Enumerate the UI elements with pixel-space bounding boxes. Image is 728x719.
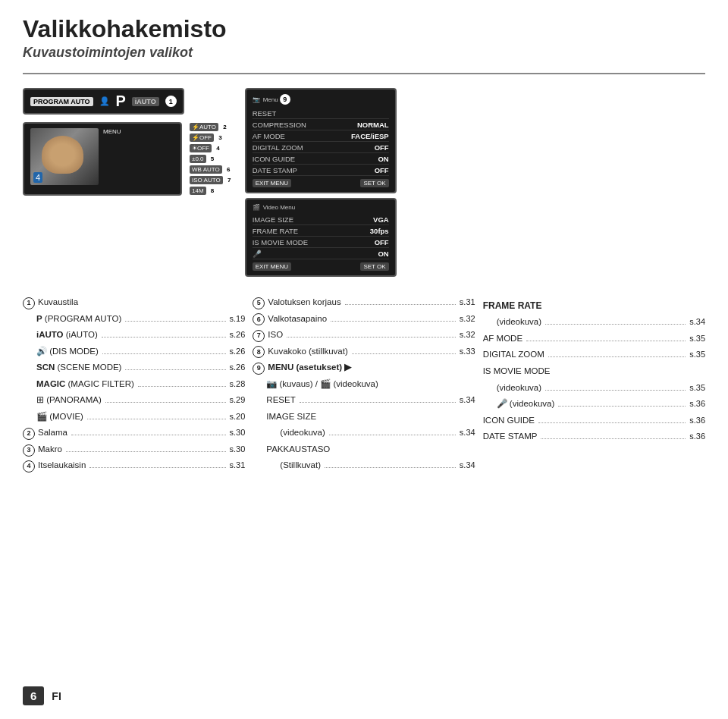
text-menu: MENU (asetukset) ▶ [268,360,351,375]
text-scene: SCN (SCENE MODE) [36,360,121,375]
menus-wrapper: 📷 Menu 9 RESET COMPRESSION NORMAL AF MOD… [245,88,397,277]
text-ismoviemode: IS MOVIE MODE [483,364,551,379]
text-itselaukaisin: Itselaukaisin [38,458,86,473]
text-dis: 🔊 (DIS MODE) [36,344,99,360]
title-divider [23,73,705,74]
page-panorama: s.29 [230,393,246,407]
index-col2: 5 Valotuksen korjaus s.31 6 Valkotasapai… [253,295,475,475]
index-item-valotus: 5 Valotuksen korjaus s.31 [253,295,475,310]
menu-row-compression: COMPRESSION NORMAL [253,119,389,130]
num-8: 8 [253,346,265,358]
afmode-value: FACE/iESP [351,132,389,140]
index-item-panorama: ⊞ (PANORAMA) s.29 [23,393,245,408]
text-iauto: iAUTO (iAUTO) [36,328,98,343]
index-item-iso: 7 ISO s.32 [253,328,475,343]
circle-num-1: 1 [165,96,177,107]
index-item-imagesize: IMAGE SIZE [253,410,475,425]
ctrl-num-3: 3 [215,133,225,143]
menu-row-datestamp: DATE STAMP OFF [253,165,389,176]
dots [352,353,456,354]
ctrl-flash-off: ⚡OFF 3 [190,133,234,143]
text-datestamp: DATE STAMP [483,429,538,444]
text-pakkaustaso: PAKKAUSTASO [266,442,330,457]
num-3: 3 [23,444,35,457]
menu-tab-video: 🎬 [253,204,260,211]
text-valkotasapaino: Valkotasapaino [268,312,327,327]
dots [287,337,456,338]
ctrl-flash: ⚡AUTO 2 [190,122,234,132]
menu-row-digitalzoom: DIGITAL ZOOM OFF [253,142,389,153]
set-button-video[interactable]: SET OK [360,262,388,271]
ctrl-num-7: 7 [224,175,234,185]
text-imagesize-video: (videokuva) [280,425,325,441]
ctrl-num-6: 6 [224,165,234,174]
menu-row-iconguide: ICON GUIDE ON [253,153,389,165]
page-afmode: s.35 [689,331,705,346]
dots [325,467,456,468]
set-button-9[interactable]: SET OK [360,179,388,187]
index-item-datestamp: DATE STAMP s.36 [483,429,705,444]
index-item-program: P (PROGRAM AUTO) s.19 [23,312,245,327]
menu-screen-video: 🎬 Video Menu IMAGE SIZE VGA FRAME RATE 3… [245,198,397,277]
text-program: P (PROGRAM AUTO) [36,312,121,327]
mic-value: ON [378,250,388,258]
exit-button-video[interactable]: EXIT MENU [253,262,291,271]
framerate-label: FRAME RATE [253,227,299,235]
text-framerate-video: (videokuva) [497,315,541,330]
index-item-magic: MAGIC (MAGIC FILTER) s.28 [23,377,245,392]
index-item-dis: 🔊 (DIS MODE) s.26 [23,344,245,360]
program-bar: PROGRAM AUTO 👤 P iAUTO 1 [23,88,184,115]
index-item-scene: SCN (SCENE MODE) s.26 [23,360,245,375]
dots [102,337,226,338]
mic-label: 🎤 [253,250,262,258]
index-item-ismoviemode: IS MOVIE MODE [483,364,705,379]
index-item-kuvausvideo: 📷 (kuvaus) / 🎬 (videokuva) [253,377,475,392]
num-5: 5 [253,297,265,309]
page-movie: s.20 [230,410,246,424]
menu-tab-still: 📷 [253,96,260,103]
index-item-afmode: AF MODE s.35 [483,331,705,347]
imagesize-label: IMAGE SIZE [253,215,293,224]
page-program: s.19 [230,312,246,326]
camera-image [30,128,99,185]
menu-row-afmode: AF MODE FACE/iESP [253,130,389,142]
index-item-mic-video: 🎤 (videokuva) s.36 [483,397,705,412]
menu-row-mic: 🎤 ON [253,248,389,259]
wb-icon: ☀OFF [190,144,212,152]
index-item-kuvaustila: 1 Kuvaustila [23,295,245,310]
exit-button-9[interactable]: EXIT MENU [253,179,291,187]
page-itselaukaisin: s.31 [230,458,246,473]
camera-display: MENU [23,122,182,196]
datestamp-value: OFF [375,166,389,174]
page-scene: s.26 [230,360,246,375]
flash-icon: ⚡AUTO [190,123,218,131]
text-salama: Salama [38,425,67,441]
col3-header: FRAME RATE [483,298,705,313]
num-9: 9 [253,363,265,375]
index-item-framerate-video: (videokuva) s.34 [483,315,705,330]
dots [558,406,686,407]
text-stillkuvat: (Stillkuvat) [280,458,321,473]
index-item-ismoviemode-video: (videokuva) s.35 [483,381,705,396]
text-afmode: AF MODE [483,331,522,347]
num-4: 4 [23,460,35,473]
program-label: PROGRAM AUTO [30,97,93,106]
index-item-salama: 2 Salama s.30 [23,425,245,441]
dots [538,422,686,423]
page-subtitle: Kuvaustoimintojen valikot [23,45,705,61]
compression-value: NORMAL [357,121,389,129]
text-makro: Makro [38,442,62,457]
num-2: 2 [23,428,35,440]
num-6: 6 [253,313,265,325]
flash-off-icon: ⚡OFF [190,133,214,142]
index-item-digitalzoom: DIGITAL ZOOM s.35 [483,347,705,363]
menu-row-ismoviemode: IS MOVIE MODE OFF [253,237,389,248]
text-ismoviemode-video: (videokuva) [497,381,541,396]
ev-icon: ±0.0 [190,155,206,163]
ctrl-iso: ISO AUTO 7 [190,175,234,185]
index-col3: FRAME RATE (videokuva) s.34 AF MODE s.35… [483,295,705,475]
index-item-makro: 3 Makro s.30 [23,442,245,457]
text-kuvaustila: Kuvaustila [38,295,78,310]
dots [125,369,225,370]
dots [71,435,226,435]
